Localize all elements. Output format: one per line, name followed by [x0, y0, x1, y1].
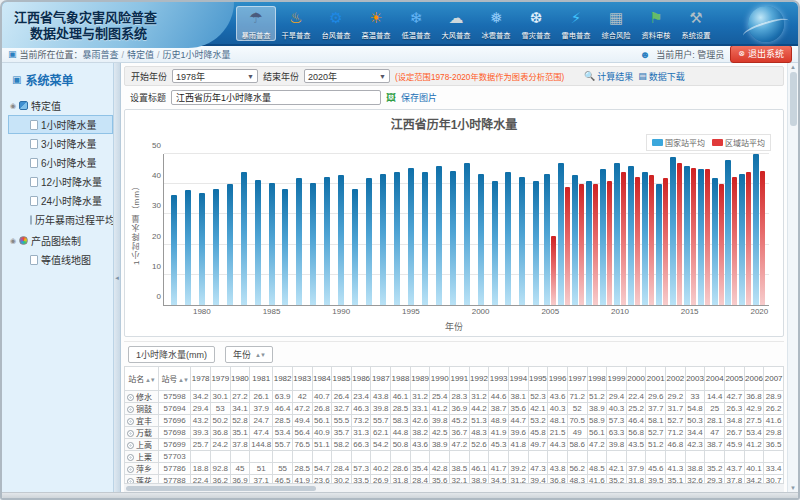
table-row[interactable]: 修水5759834.230.127.226.163.94240.726.423.…	[125, 391, 784, 403]
bar-national-2012[interactable]	[642, 172, 648, 305]
bar-national-2017[interactable]	[712, 178, 718, 305]
bar-regional-2010[interactable]	[621, 172, 626, 305]
bar-regional-2006[interactable]	[565, 187, 570, 305]
table-row[interactable]: 宜丰5769643.250.252.824.728.549.456.155.57…	[125, 415, 784, 427]
calculate-button[interactable]: 🔍 计算结果	[584, 70, 633, 83]
bar-regional-2012[interactable]	[649, 175, 654, 305]
bar-national-2003[interactable]	[519, 177, 525, 305]
sidebar-item-1小时降水量[interactable]: 1小时降水量	[8, 115, 113, 134]
toolbar-item-rainstorm[interactable]: ☂暴雨普查	[236, 6, 276, 41]
bar-national-1997[interactable]	[436, 166, 442, 305]
bar-national-2007[interactable]	[572, 175, 578, 305]
station-name-cell[interactable]: 宜丰	[125, 415, 159, 427]
row-select-icon[interactable]	[127, 466, 134, 473]
sidebar-splitter[interactable]: ◂	[114, 63, 121, 492]
table-row[interactable]: 铜鼓5769429.45334.137.946.447.226.832.746.…	[125, 403, 784, 415]
table-row[interactable]: 万载5769839.336.835.147.453.456.440.935.73…	[125, 427, 784, 439]
bar-national-2001[interactable]	[492, 181, 498, 305]
sidebar-group-产品图绘制[interactable]: ◉产品图绘制	[8, 231, 113, 250]
breadcrumb-item[interactable]: 特定值	[127, 50, 154, 60]
bar-regional-2020[interactable]	[760, 171, 765, 305]
bar-national-1987[interactable]	[296, 178, 302, 305]
toolbar-item-map-review[interactable]: ⚑资料审核	[636, 6, 676, 41]
bar-national-2004[interactable]	[533, 181, 539, 305]
bar-national-1979[interactable]	[185, 190, 191, 305]
bar-national-2006[interactable]	[558, 163, 564, 305]
bar-national-2015[interactable]	[684, 166, 690, 305]
bar-national-1992[interactable]	[366, 178, 372, 305]
bar-national-2014[interactable]	[670, 157, 676, 305]
bar-regional-2013[interactable]	[663, 178, 668, 305]
save-image-button[interactable]: 保存图片	[401, 91, 437, 104]
bar-regional-2017[interactable]	[719, 184, 724, 305]
bar-national-1983[interactable]	[241, 172, 247, 305]
sidebar-item-3小时降水量[interactable]: 3小时降水量	[8, 134, 113, 153]
bar-regional-2014[interactable]	[677, 163, 682, 305]
chart-title-input[interactable]	[171, 90, 381, 105]
vertical-scrollbar[interactable]: ▲ ▼	[787, 63, 798, 492]
bar-regional-2008[interactable]	[593, 184, 598, 305]
breadcrumb-item[interactable]: 历史1小时降水量	[163, 50, 231, 60]
station-name-cell[interactable]: 上高	[125, 439, 159, 451]
bar-national-2010[interactable]	[614, 163, 620, 305]
bar-national-1984[interactable]	[255, 180, 261, 305]
sidebar-item-12小时降水量[interactable]: 12小时降水量	[8, 172, 113, 191]
column-header-station-name[interactable]: 站名 ▲▼	[125, 367, 159, 391]
toolbar-item-high-temp[interactable]: ☀高温普查	[356, 6, 396, 41]
bar-national-2019[interactable]	[739, 174, 745, 305]
bar-national-2016[interactable]	[698, 169, 704, 305]
row-select-icon[interactable]	[127, 442, 134, 449]
row-select-icon[interactable]	[127, 406, 134, 413]
bar-national-2020[interactable]	[753, 154, 759, 305]
row-select-icon[interactable]	[127, 418, 134, 425]
station-name-cell[interactable]: 上栗	[125, 451, 159, 463]
sidebar-group-特定值[interactable]: ◉特定值	[8, 96, 113, 115]
toolbar-item-wind[interactable]: ☁大风普查	[436, 6, 476, 41]
bar-regional-2011[interactable]	[635, 177, 640, 305]
horizontal-scrollbar[interactable]	[124, 483, 784, 492]
bar-national-1998[interactable]	[450, 171, 456, 305]
end-year-select[interactable]: 2020年 ▼	[304, 69, 390, 83]
station-name-cell[interactable]: 萍乡	[125, 463, 159, 475]
table-row[interactable]: 萍乡5778618.892.845515528.554.728.457.340.…	[125, 463, 784, 475]
bar-national-2008[interactable]	[586, 181, 592, 305]
bar-national-1978[interactable]	[171, 195, 177, 305]
bar-national-2013[interactable]	[656, 184, 662, 305]
horizontal-scrollbar-thumb[interactable]	[126, 486, 316, 491]
bar-national-1999[interactable]	[464, 163, 470, 305]
bar-national-1981[interactable]	[213, 189, 219, 305]
column-header-station-id[interactable]: 站号 ▲▼	[158, 367, 190, 391]
row-select-icon[interactable]	[127, 430, 134, 437]
logout-button[interactable]: ⊗ 退出系统	[730, 45, 792, 63]
bar-national-1994[interactable]	[394, 172, 400, 305]
bar-regional-2007[interactable]	[579, 184, 584, 305]
bar-regional-2005[interactable]	[551, 236, 556, 305]
toolbar-item-typhoon[interactable]: ⚙台风普查	[316, 6, 356, 41]
bar-national-2018[interactable]	[725, 160, 731, 305]
bar-national-1982[interactable]	[227, 184, 233, 305]
row-select-icon[interactable]	[127, 394, 134, 401]
bar-national-1996[interactable]	[422, 172, 428, 305]
station-name-cell[interactable]: 万载	[125, 427, 159, 439]
bar-national-1980[interactable]	[199, 193, 205, 305]
toolbar-item-drought[interactable]: ♨干旱普查	[276, 6, 316, 41]
bar-national-2009[interactable]	[600, 169, 606, 305]
table-row[interactable]: 上栗57703	[125, 451, 784, 463]
download-button[interactable]: ▤ 数据下载	[638, 70, 685, 83]
bar-national-1989[interactable]	[324, 177, 330, 305]
bar-national-1991[interactable]	[352, 189, 358, 305]
bar-national-1990[interactable]	[338, 175, 344, 305]
sidebar-item-等值线地图[interactable]: 等值线地图	[8, 250, 113, 269]
bar-national-1986[interactable]	[282, 189, 288, 305]
toolbar-item-hail[interactable]: ❅冰雹普查	[476, 6, 516, 41]
bar-regional-2015[interactable]	[691, 168, 696, 305]
bar-national-2005[interactable]	[544, 174, 550, 305]
bar-national-1985[interactable]	[269, 183, 275, 305]
toolbar-item-snow[interactable]: ❆雪灾普查	[516, 6, 556, 41]
station-name-cell[interactable]: 修水	[125, 391, 159, 403]
table-row[interactable]: 上高5769925.724.237.8144.855.776.551.158.2…	[125, 439, 784, 451]
bar-regional-2018[interactable]	[732, 177, 737, 305]
bar-national-2002[interactable]	[505, 172, 511, 305]
bar-national-1988[interactable]	[310, 183, 316, 305]
bar-regional-2009[interactable]	[607, 181, 612, 305]
